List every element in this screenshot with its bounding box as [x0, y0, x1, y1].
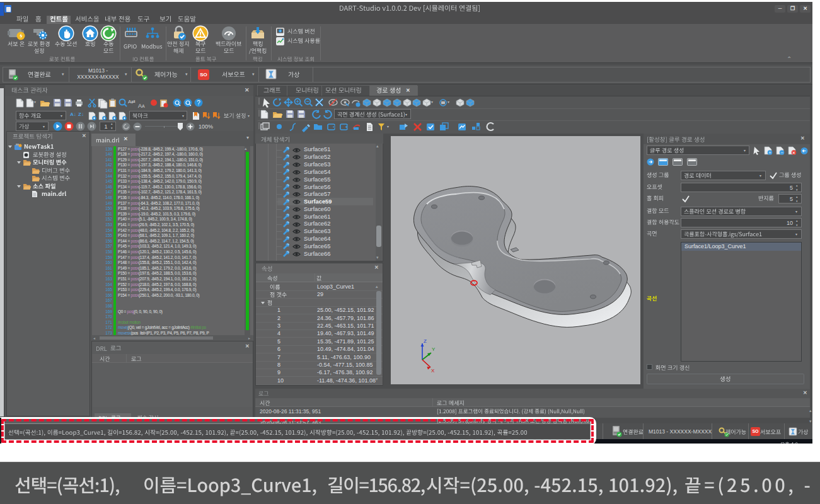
svg-text:✕: ✕ [792, 151, 796, 155]
svg-text:?: ? [197, 100, 200, 106]
svg-text:X: X [431, 368, 435, 374]
svg-text:Z: Z [424, 338, 427, 344]
svg-text:Y: Y [432, 346, 436, 352]
svg-text:+: + [768, 151, 771, 155]
svg-text:i: i [280, 29, 280, 33]
svg-text:−: − [780, 151, 783, 155]
